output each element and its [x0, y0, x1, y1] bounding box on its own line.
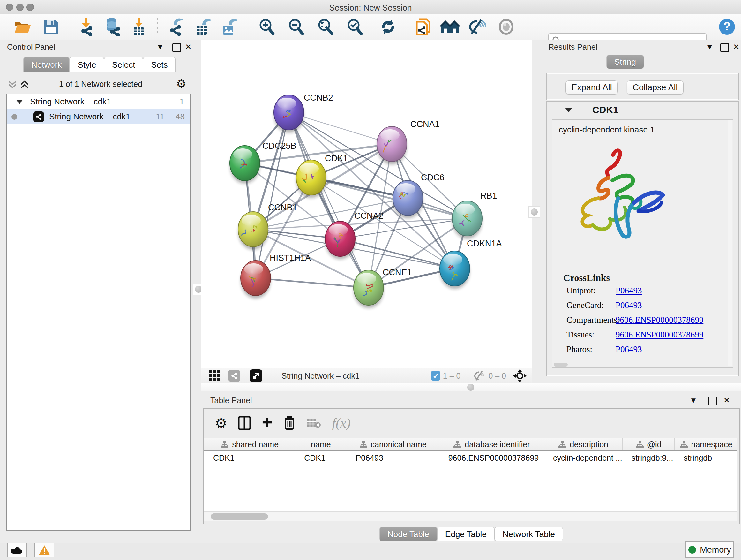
gene-section-header[interactable]: CDK1: [547, 102, 738, 118]
collapse-all-button[interactable]: Collapse All: [627, 80, 684, 95]
network-graph[interactable]: CCNB2CCNA1CDC25BCDK1CDC6RB1CCNB1CCNA2CDK…: [201, 40, 532, 368]
grid-view-icon[interactable]: [209, 370, 222, 381]
open-session-button[interactable]: [13, 17, 32, 37]
refresh-icon: [380, 18, 397, 36]
export-table-button[interactable]: [193, 17, 212, 37]
hide-selected-button[interactable]: [467, 17, 486, 37]
export-network-button[interactable]: [166, 17, 186, 37]
network-view-toolbar: String Network – cdk1 1 – 0 0 – 0: [201, 368, 532, 384]
column-header-canonical-name[interactable]: canonical name: [347, 438, 440, 450]
node-RB1[interactable]: RB1: [452, 191, 497, 239]
footer-separator: [245, 370, 245, 381]
memory-label: Memory: [700, 545, 731, 555]
column-header-name[interactable]: name: [295, 438, 347, 450]
birdseye-view-icon[interactable]: [250, 369, 262, 382]
node-label-CCNB1: CCNB1: [268, 203, 297, 212]
network-share-icon[interactable]: [228, 370, 240, 382]
table-panel-splitter-handle[interactable]: [465, 382, 476, 393]
tree-expander-icon[interactable]: [16, 99, 23, 105]
import-network-database-button[interactable]: [103, 17, 122, 37]
tab-network[interactable]: Network: [23, 57, 70, 72]
results-vertical-scrollbar[interactable]: [728, 120, 732, 366]
tab-node-table[interactable]: Node Table: [380, 527, 437, 541]
crosslinks-title: CrossLinks: [563, 272, 610, 283]
tab-select[interactable]: Select: [104, 57, 143, 72]
add-column-icon[interactable]: +: [262, 412, 273, 433]
tab-sets[interactable]: Sets: [143, 57, 176, 72]
crosslink-link[interactable]: P06493: [616, 300, 642, 310]
results-panel-float-icon[interactable]: [720, 43, 729, 53]
node-table: shared namenamecanonical namedatabase id…: [204, 438, 738, 511]
delete-table-icon[interactable]: [307, 417, 321, 429]
memory-button[interactable]: Memory: [685, 542, 734, 558]
import-table-button[interactable]: [129, 17, 148, 37]
column-header-namespace[interactable]: namespace: [675, 438, 738, 450]
open-cybrowser-button[interactable]: [414, 17, 433, 37]
delete-column-trash-icon[interactable]: [283, 416, 295, 430]
selected-checkbox-icon[interactable]: [431, 371, 441, 381]
column-header--id[interactable]: @id: [623, 438, 675, 450]
fit-content-crosshair-icon[interactable]: [513, 369, 527, 382]
control-panel-float-icon[interactable]: [172, 43, 181, 53]
tab-style[interactable]: Style: [70, 57, 104, 72]
expand-all-button[interactable]: Expand All: [565, 80, 618, 95]
node-label-CDK1: CDK1: [325, 153, 348, 163]
document-share-icon: [415, 17, 431, 37]
edge-CCNB2-CCNA1[interactable]: [289, 112, 392, 144]
function-builder-icon[interactable]: f(x): [332, 415, 350, 431]
help-button[interactable]: ?: [718, 17, 737, 37]
crosslink-link[interactable]: P06493: [616, 286, 642, 296]
column-header-description[interactable]: description: [544, 438, 623, 450]
node-CCNB1[interactable]: CCNB1: [238, 203, 297, 250]
warnings-button[interactable]: [35, 543, 54, 557]
show-all-button[interactable]: [496, 17, 516, 37]
crosslink-link[interactable]: 9606.ENSP00000378699: [616, 315, 703, 325]
network-options-gear-icon[interactable]: ⚙: [176, 78, 186, 90]
show-columns-icon[interactable]: [238, 416, 251, 430]
table-panel-menu-icon[interactable]: ▼: [690, 396, 697, 404]
network-row[interactable]: String Network – cdk1 11 48: [7, 109, 190, 124]
hidden-eye-slash-icon[interactable]: [472, 370, 486, 381]
export-image-button[interactable]: [219, 17, 239, 37]
table-horizontal-scrollbar[interactable]: [204, 511, 738, 521]
table-settings-gear-icon[interactable]: ⚙: [215, 415, 227, 431]
save-session-button[interactable]: [42, 17, 61, 37]
node-CDKN1A[interactable]: CDKN1A: [440, 239, 502, 289]
network-canvas[interactable]: CCNB2CCNA1CDC25BCDK1CDC6RB1CCNB1CCNA2CDK…: [201, 40, 532, 368]
zoom-selected-button[interactable]: [345, 17, 364, 37]
home-button[interactable]: [441, 17, 460, 37]
table-panel-close-icon[interactable]: ✕: [724, 396, 730, 404]
apply-layout-button[interactable]: [379, 17, 398, 37]
node-HIST1H1A[interactable]: HIST1H1A: [241, 253, 311, 299]
results-panel-close-icon[interactable]: ✕: [733, 43, 739, 51]
string-network-badge-icon: [33, 111, 44, 122]
table-scroll-thumb[interactable]: [211, 513, 268, 520]
results-panel-menu-icon[interactable]: ▼: [706, 43, 714, 51]
zoom-out-button[interactable]: [286, 17, 306, 37]
crosslink-link[interactable]: P06493: [616, 345, 642, 354]
control-panel-close-icon[interactable]: ✕: [185, 43, 192, 51]
node-CDC6[interactable]: CDC6: [393, 173, 445, 219]
crosslink-link[interactable]: 9606.ENSP00000378699: [616, 330, 703, 340]
node-CCNE1[interactable]: CCNE1: [354, 267, 412, 308]
table-panel-float-icon[interactable]: [708, 396, 717, 407]
network-collection-row[interactable]: String Network – cdk1 1: [7, 94, 190, 109]
import-network-file-button[interactable]: [76, 17, 95, 37]
table-row[interactable]: CDK1CDK1P064939606.ENSP00000378699cyclin…: [204, 451, 738, 464]
results-horizontal-scroll-thumb[interactable]: [554, 363, 568, 367]
section-expander-icon[interactable]: [565, 107, 572, 113]
zoom-fit-button[interactable]: [316, 17, 335, 37]
cell-description: cyclin-dependent ...: [544, 453, 623, 462]
results-splitter-handle[interactable]: [529, 206, 540, 218]
tab-string[interactable]: String: [606, 55, 644, 69]
table-panel: Table Panel ▼ ✕ ⚙ + f(x) shared namename…: [201, 391, 741, 543]
control-panel-menu-icon[interactable]: ▼: [156, 43, 164, 51]
tab-network-table[interactable]: Network Table: [495, 527, 563, 541]
column-header-shared-name[interactable]: shared name: [204, 438, 295, 450]
tab-edge-table[interactable]: Edge Table: [437, 527, 495, 541]
zoom-in-button[interactable]: [257, 17, 276, 37]
node-CCNA1[interactable]: CCNA1: [377, 119, 440, 165]
results-actions-box: Expand All Collapse All: [546, 73, 739, 100]
column-header-database-identifier[interactable]: database identifier: [440, 438, 544, 450]
automation-cloud-button[interactable]: [7, 543, 27, 557]
